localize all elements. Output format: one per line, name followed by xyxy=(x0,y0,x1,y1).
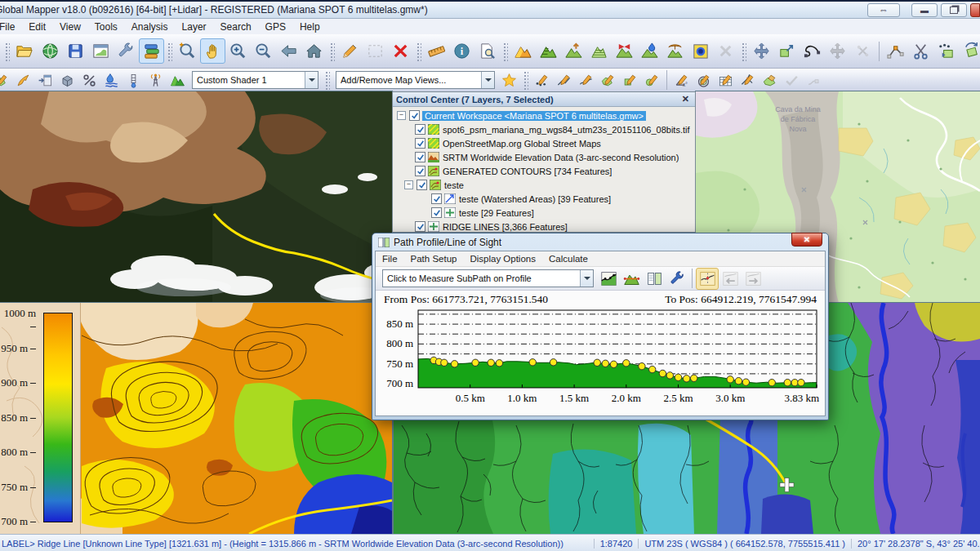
menu-view[interactable]: View xyxy=(52,20,88,33)
save-workspace-icon[interactable] xyxy=(63,38,88,64)
layer-checkbox[interactable] xyxy=(431,207,442,218)
layer-checkbox[interactable] xyxy=(415,166,425,176)
layer-row-teste-features[interactable]: teste [29 Features] xyxy=(394,206,695,220)
measure-tool-icon[interactable] xyxy=(424,38,449,64)
layer-checkbox[interactable] xyxy=(415,124,425,135)
pan-tool-icon[interactable] xyxy=(200,38,225,64)
cursor-tracking-icon[interactable] xyxy=(696,268,719,290)
layer-row-teste-group[interactable]: − teste xyxy=(394,178,695,192)
minimize-button[interactable]: ▬ xyxy=(911,3,938,17)
raise-elevations-icon[interactable] xyxy=(561,38,586,64)
flatten-terrain-icon[interactable] xyxy=(662,38,688,64)
3d-view-icon[interactable] xyxy=(56,69,78,91)
trace-path-icon[interactable] xyxy=(800,38,825,64)
layer-row-spot6[interactable]: spot6_psm_mariana_mg_wgs84_utm23s_201511… xyxy=(394,122,695,136)
create-area-icon[interactable] xyxy=(597,69,619,91)
shader-options-icon[interactable] xyxy=(510,38,536,64)
dialog-menu-file[interactable]: File xyxy=(376,254,404,264)
terrain-shader-icon[interactable] xyxy=(167,69,189,91)
elevation-profile-chart[interactable]: 850 m800 m750 m700 m0.5 km1.0 km1.5 km2.… xyxy=(382,308,820,412)
menu-gps[interactable]: GPS xyxy=(258,20,293,33)
antenna-range-icon[interactable] xyxy=(145,69,167,91)
daylight-shader-icon[interactable] xyxy=(536,38,561,64)
chevron-down-icon[interactable] xyxy=(580,270,593,287)
download-online-data-icon[interactable] xyxy=(38,38,63,64)
menu-tools[interactable]: Tools xyxy=(87,20,125,33)
dialog-menu-display-options[interactable]: Display Options xyxy=(463,254,542,264)
menu-edit[interactable]: Edit xyxy=(21,20,53,33)
profile-display-icon[interactable] xyxy=(597,268,620,290)
layer-checkbox[interactable] xyxy=(415,138,425,149)
watershed-analysis-icon[interactable] xyxy=(637,38,662,64)
layer-row-workspace[interactable]: − Current Workspace <Mariana SPOT 6 mult… xyxy=(394,109,695,122)
profile-settings-icon[interactable] xyxy=(666,268,688,290)
chevron-down-icon[interactable] xyxy=(305,72,318,88)
profile-panels-icon[interactable] xyxy=(643,268,666,290)
menu-analysis[interactable]: Analysis xyxy=(124,20,176,33)
layer-checkbox[interactable] xyxy=(415,152,425,162)
clipped-tool-icon[interactable] xyxy=(0,69,12,91)
satellite-map-view[interactable] xyxy=(0,91,392,303)
dialog-menu-calculate[interactable]: Calculate xyxy=(542,254,595,264)
contour-map-view[interactable]: 1000 m 950 m 900 m 850 m 800 m 750 m 700… xyxy=(0,303,392,534)
create-point-icon[interactable] xyxy=(531,69,553,91)
offset-feature-icon[interactable] xyxy=(774,38,800,64)
layer-checkbox[interactable] xyxy=(409,110,420,121)
edit-vertex-icon[interactable] xyxy=(883,38,908,64)
control-center-titlebar[interactable]: Control Center (7 Layers, 7 Selected) ✕ xyxy=(393,92,695,107)
digitizer-tool-icon[interactable] xyxy=(337,38,363,64)
measure-angle-icon[interactable]: x° xyxy=(670,69,693,91)
gps-navigation-icon[interactable] xyxy=(12,69,34,91)
configuration-icon[interactable] xyxy=(114,38,139,64)
control-center-icon[interactable] xyxy=(139,38,164,64)
collapse-icon[interactable]: − xyxy=(404,180,413,189)
generate-contours-icon[interactable] xyxy=(586,38,612,64)
subpath-combo[interactable]: Click to Measure SubPath on Profile xyxy=(382,269,594,287)
map-layout-icon[interactable] xyxy=(88,38,114,64)
layer-row-srtm[interactable]: SRTM Worldwide Elevation Data (3-arc-sec… xyxy=(394,150,695,164)
close-icon[interactable]: ✕ xyxy=(791,233,822,247)
copy-feature-icon[interactable] xyxy=(933,38,959,64)
water-level-rise-icon[interactable] xyxy=(122,69,145,91)
dock-window-icon[interactable] xyxy=(34,69,56,91)
dialog-menu-path-setup[interactable]: Path Setup xyxy=(404,254,464,264)
zoom-in-icon[interactable] xyxy=(225,38,251,64)
picture-info-icon[interactable] xyxy=(474,38,500,64)
zoom-out-icon[interactable] xyxy=(251,38,276,64)
layer-row-osm[interactable]: OpenStreetMap.org Global Street Maps xyxy=(394,136,695,150)
create-line-icon[interactable] xyxy=(553,69,575,91)
density-grid-icon[interactable] xyxy=(688,38,713,64)
collapse-icon[interactable]: − xyxy=(397,111,406,120)
slope-shader-icon[interactable] xyxy=(78,69,100,91)
feature-info-icon[interactable]: i xyxy=(449,38,474,64)
create-range-rings-icon[interactable] xyxy=(693,69,715,91)
menu-search[interactable]: Search xyxy=(213,20,259,33)
map-views-combo[interactable]: Add/Remove Map Views... xyxy=(336,71,495,89)
dialog-titlebar[interactable]: Path Profile/Line of Sight ✕ xyxy=(375,233,826,251)
line-of-sight-icon[interactable] xyxy=(620,268,643,290)
layer-checkbox[interactable] xyxy=(415,221,425,232)
split-feature-icon[interactable] xyxy=(737,69,759,91)
swap-views-button[interactable]: ⇔ xyxy=(867,3,900,17)
layer-checkbox[interactable] xyxy=(431,193,442,204)
attribute-editor-icon[interactable] xyxy=(715,69,737,91)
previous-view-icon[interactable] xyxy=(276,38,301,64)
menu-file[interactable]: File xyxy=(0,20,22,33)
close-icon[interactable]: ✕ xyxy=(679,94,692,104)
paint-area-icon[interactable] xyxy=(759,69,781,91)
flood-simulation-icon[interactable] xyxy=(100,69,122,91)
create-circle-icon[interactable] xyxy=(641,69,663,91)
menu-help[interactable]: Help xyxy=(292,20,327,33)
favorites-icon[interactable] xyxy=(498,69,520,91)
shader-combo[interactable]: Custom Shader 1 xyxy=(192,71,318,89)
restore-button[interactable] xyxy=(941,3,967,17)
view-shed-analysis-icon[interactable] xyxy=(612,38,637,64)
rotate-feature-icon[interactable] xyxy=(959,38,980,64)
chevron-down-icon[interactable] xyxy=(481,72,494,88)
layer-row-contours[interactable]: GENERATED CONTOURS [734 Features] xyxy=(394,164,695,178)
create-freehand-icon[interactable] xyxy=(575,69,597,91)
cut-feature-icon[interactable] xyxy=(908,38,933,64)
layer-row-ridge-lines[interactable]: RIDGE LINES [3,366 Features] xyxy=(394,220,695,233)
move-vertices-icon[interactable] xyxy=(749,38,774,64)
layer-checkbox[interactable] xyxy=(416,180,427,190)
